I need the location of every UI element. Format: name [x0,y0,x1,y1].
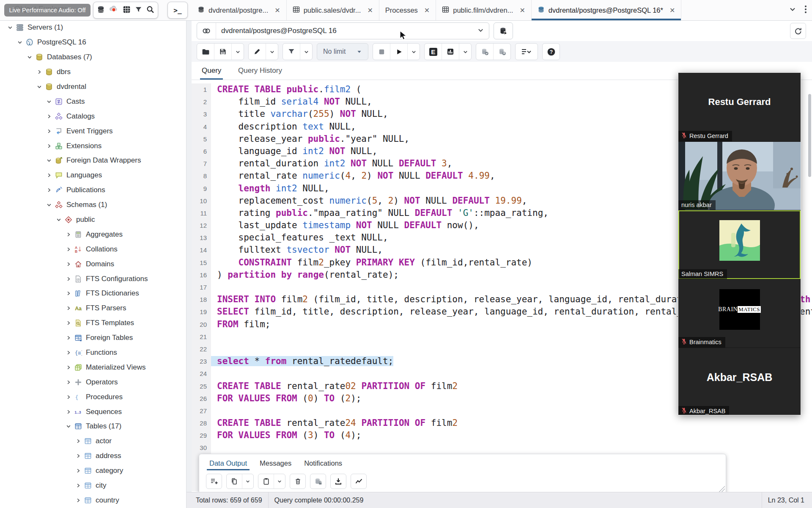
chevron-down-icon[interactable] [65,424,72,429]
chevron-right-icon[interactable] [75,468,82,473]
chevron-down-icon[interactable] [55,217,62,222]
tree-item-fts-configurations[interactable]: FTS Configurations [0,271,186,286]
tree-item-event-triggers[interactable]: Event Triggers [0,124,186,138]
chevron-right-icon[interactable] [46,188,52,193]
refresh-icon[interactable] [790,23,806,39]
save-data-changes-button[interactable] [310,474,326,489]
chevron-right-icon[interactable] [46,114,52,119]
participant-tile-restu-gerrard[interactable]: Restu GerrardRestu Gerrard [678,73,801,141]
tree-item-dbrs[interactable]: dbrs [0,65,186,80]
close-icon[interactable]: ✕ [424,6,430,14]
filter-button[interactable] [283,44,300,60]
chevron-right-icon[interactable] [46,129,52,134]
macros-button[interactable] [516,44,538,60]
output-tab-data-output[interactable]: Data Output [209,459,247,467]
browser-tab-3[interactable]: public.film/dvdren...✕ [436,0,532,20]
tree-item-functions[interactable]: {≡}Functions [0,345,186,360]
connection-selector[interactable]: dvdrental/postgres@PostgreSQL 16 [197,22,489,39]
chevron-down-icon[interactable] [46,99,52,104]
browser-tab-0[interactable]: dvdrental/postgre...✕ [192,0,287,20]
chevron-right-icon[interactable] [75,483,82,488]
chevron-down-icon[interactable] [36,84,43,89]
filter-menu-chevron-icon[interactable] [300,44,312,60]
explain-menu-chevron-icon[interactable] [459,44,471,60]
tree-item-publications[interactable]: Publications [0,183,186,198]
tree-item-operators[interactable]: Operators [0,375,186,389]
tree-item-foreign-data-wrappers[interactable]: Foreign Data Wrappers [0,153,186,168]
output-tab-messages[interactable]: Messages [260,459,291,467]
chevron-right-icon[interactable] [65,291,72,296]
edit-button[interactable] [249,44,266,60]
chevron-right-icon[interactable] [65,365,72,370]
tree-item-materialized-views[interactable]: Materialized Views [0,360,186,375]
terminal-icon[interactable]: >_ [167,2,188,19]
participant-tile-brainmatics[interactable]: BRAINMATICSBrainmatics [678,279,801,348]
tree-item-dvdrental[interactable]: dvdrental [0,80,186,94]
close-icon[interactable]: ✕ [367,6,373,14]
chevron-right-icon[interactable] [65,232,72,237]
chevron-right-icon[interactable] [75,439,82,444]
tree-item-foreign-tables[interactable]: Foreign Tables [0,331,186,345]
browser-tab-4[interactable]: dvdrental/postgres@PostgreSQL 16*✕ [532,0,682,20]
new-connection-button[interactable] [494,22,513,39]
chevron-right-icon[interactable] [75,453,82,458]
row-limit-select[interactable]: No limit [317,43,368,60]
chevron-right-icon[interactable] [65,335,72,340]
tree-item-actor[interactable]: actor [0,434,186,449]
stop-button[interactable] [373,44,390,60]
connection-chevron-icon[interactable] [477,27,489,35]
rollback-button[interactable] [494,44,510,60]
chevron-right-icon[interactable] [65,320,72,326]
chevron-down-icon[interactable] [7,25,14,30]
record-dot-icon[interactable] [109,6,118,15]
tab-query[interactable]: Query [202,62,221,80]
chevron-right-icon[interactable] [65,247,72,252]
tree-item-postgresql-16[interactable]: PostgreSQL 16 [0,35,186,50]
save-results-to-file-button[interactable] [331,474,346,489]
help-button[interactable]: ? [543,44,560,60]
tree-item-country[interactable]: country [0,493,186,508]
chevron-down-icon[interactable] [16,40,23,45]
chevron-down-icon[interactable] [46,202,52,207]
browser-tab-2[interactable]: Processes✕ [379,0,436,20]
save-button[interactable] [214,44,232,60]
panel-resize-grip[interactable] [718,485,725,492]
close-icon[interactable]: ✕ [274,6,280,14]
grid-icon[interactable] [123,6,131,15]
chevron-right-icon[interactable] [65,276,72,282]
chevron-right-icon[interactable] [65,380,72,385]
recording-toolbar-chip[interactable] [93,2,158,19]
chevron-right-icon[interactable] [46,144,52,149]
tree-item-servers-1[interactable]: Servers (1) [0,20,186,35]
paste-button[interactable] [258,474,274,489]
save-menu-chevron-icon[interactable] [232,44,244,60]
chevron-down-icon[interactable] [46,158,52,163]
delete-row-button[interactable] [290,474,305,489]
filter-icon[interactable] [135,6,142,15]
tree-item-catalogs[interactable]: Catalogs [0,109,186,124]
participant-tile-salman-simrs[interactable]: Salman SIMRS [678,210,801,279]
tree-item-fts-dictionaries[interactable]: FTS Dictionaries [0,286,186,301]
edit-menu-chevron-icon[interactable] [266,44,278,60]
tree-item-fts-templates[interactable]: FTS Templates [0,316,186,331]
commit-button[interactable] [476,44,494,60]
browser-tab-1[interactable]: public.sales/dvdr...✕ [287,0,379,20]
tree-item-collations[interactable]: ABCollations [0,242,186,257]
chevron-right-icon[interactable] [46,173,52,178]
tree-item-schemas-1[interactable]: Schemas (1) [0,198,186,213]
tree-item-domains[interactable]: Domains [0,257,186,271]
chevron-down-icon[interactable] [26,55,33,60]
explain-analyze-button[interactable] [442,44,459,60]
open-file-button[interactable] [197,44,214,60]
chevron-right-icon[interactable] [65,306,72,311]
tab-list-chevron-icon[interactable] [789,6,796,14]
chevron-right-icon[interactable] [75,498,82,503]
close-icon[interactable]: ✕ [669,6,675,14]
tab-menu-kebab-icon[interactable] [804,5,807,15]
participant-tile-akbar-rsab[interactable]: Akbar_RSABAkbar_RSAB [678,348,801,415]
search-icon[interactable] [146,6,154,15]
close-icon[interactable]: ✕ [519,6,525,14]
graph-visualiser-button[interactable] [351,474,366,489]
tree-item-sequences[interactable]: 1..3Sequences [0,404,186,419]
copy-menu-chevron-icon[interactable] [242,474,253,489]
